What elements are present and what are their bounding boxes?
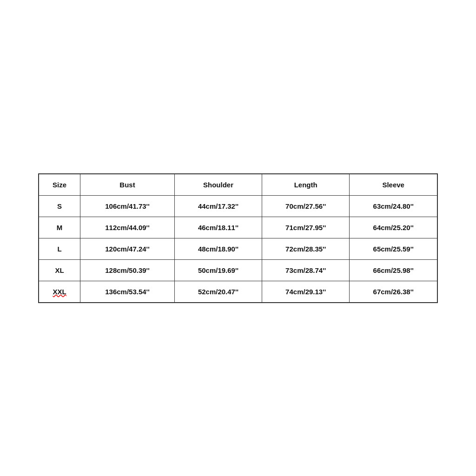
size-cell: XL [39,259,80,281]
size-chart-table: Size Bust Shoulder Length Sleeve S106cm/… [38,173,438,303]
table-header-row: Size Bust Shoulder Length Sleeve [39,174,437,196]
bust-cell: 106cm/41.73'' [80,195,175,217]
shoulder-cell: 48cm/18.90'' [174,238,262,259]
size-cell: XXL [39,281,80,303]
bust-cell: 128cm/50.39'' [80,259,175,281]
length-cell: 70cm/27.56'' [262,195,350,217]
sleeve-cell: 63cm/24.80'' [350,195,437,217]
bust-cell: 136cm/53.54'' [80,281,175,303]
sleeve-cell: 64cm/25.20'' [350,217,437,238]
shoulder-cell: 44cm/17.32'' [174,195,262,217]
table-row: XL128cm/50.39''50cm/19.69''73cm/28.74''6… [39,259,437,281]
sleeve-cell: 66cm/25.98'' [350,259,437,281]
bust-cell: 120cm/47.24'' [80,238,175,259]
sleeve-cell: 65cm/25.59'' [350,238,437,259]
header-sleeve: Sleeve [350,174,437,196]
table-row: S106cm/41.73''44cm/17.32''70cm/27.56''63… [39,195,437,217]
shoulder-cell: 46cm/18.11'' [174,217,262,238]
header-size: Size [39,174,80,196]
header-length: Length [262,174,350,196]
length-cell: 71cm/27.95'' [262,217,350,238]
length-cell: 72cm/28.35'' [262,238,350,259]
shoulder-cell: 52cm/20.47'' [174,281,262,303]
header-bust: Bust [80,174,175,196]
size-cell: M [39,217,80,238]
size-cell: L [39,238,80,259]
shoulder-cell: 50cm/19.69'' [174,259,262,281]
length-cell: 73cm/28.74'' [262,259,350,281]
sleeve-cell: 67cm/26.38'' [350,281,437,303]
length-cell: 74cm/29.13'' [262,281,350,303]
table-row: L120cm/47.24''48cm/18.90''72cm/28.35''65… [39,238,437,259]
size-cell: S [39,195,80,217]
table-row: M112cm/44.09''46cm/18.11''71cm/27.95''64… [39,217,437,238]
bust-cell: 112cm/44.09'' [80,217,175,238]
size-chart-container: Size Bust Shoulder Length Sleeve S106cm/… [38,173,438,303]
table-row: XXL136cm/53.54''52cm/20.47''74cm/29.13''… [39,281,437,303]
header-shoulder: Shoulder [174,174,262,196]
